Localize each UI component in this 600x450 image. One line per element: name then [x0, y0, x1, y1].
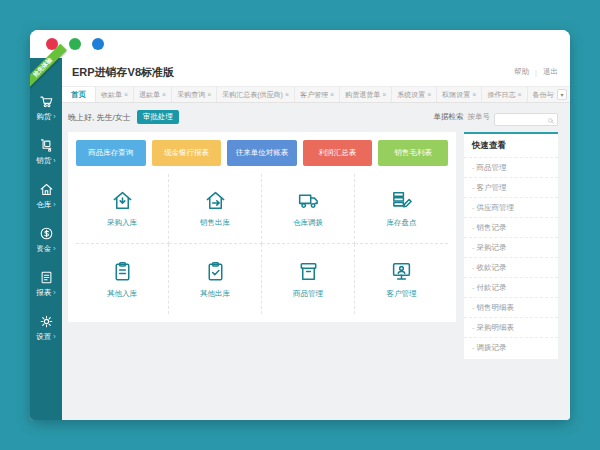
- report-icon: [39, 270, 54, 285]
- tab[interactable]: 采购查询: [172, 87, 217, 102]
- tab-close-icon[interactable]: [330, 91, 334, 98]
- tile-label: 采购入库: [107, 218, 137, 228]
- sidebar-item-label: 购货: [36, 112, 55, 122]
- gear-icon: [39, 314, 54, 329]
- tab-home[interactable]: 首页: [62, 87, 96, 102]
- quick-report-button[interactable]: 现金银行报表: [152, 140, 222, 166]
- tab[interactable]: 收款单: [96, 87, 134, 102]
- shortcut-tile[interactable]: 销售出库: [169, 174, 262, 244]
- shortcut-tile[interactable]: 商品管理: [262, 244, 355, 314]
- tab-close-icon[interactable]: [124, 91, 128, 98]
- quick-view-panel: 快速查看 商品管理 客户管理 供应商管理 销售记录 采购记录: [464, 132, 558, 359]
- tab-label: 收款单: [101, 90, 122, 100]
- tab[interactable]: 采购汇总表(供应商): [217, 87, 295, 102]
- funds-icon: [39, 226, 54, 241]
- approve-button[interactable]: 审批处理: [137, 110, 179, 124]
- tile-label: 客户管理: [387, 289, 417, 299]
- tab-close-icon[interactable]: [207, 91, 211, 98]
- tab-bar: 首页 收款单 退款单 采购查询: [62, 86, 570, 103]
- tab-close-icon[interactable]: [517, 91, 521, 98]
- dashboard-panel: 商品库存查询 现金银行报表 往来单位对账表 利润汇总表 销售毛利表: [68, 132, 456, 322]
- shortcut-tile[interactable]: 客户管理: [355, 244, 448, 314]
- page-title: ERP进销存V8标准版: [72, 65, 174, 80]
- quick-view-link[interactable]: 付款记录: [464, 277, 558, 297]
- app-header: ERP进销存V8标准版 帮助 | 退出: [62, 58, 570, 86]
- tab-close-icon[interactable]: [472, 91, 476, 98]
- tab[interactable]: 客户管理: [295, 87, 340, 102]
- quick-view-link[interactable]: 采购记录: [464, 237, 558, 257]
- quick-report-button[interactable]: 往来单位对账表: [227, 140, 297, 166]
- sidebar-item-label: 销货: [36, 156, 55, 166]
- sidebar-item-label: 资金: [36, 244, 55, 254]
- shortcut-tile[interactable]: 其他入库: [76, 244, 169, 314]
- tab-close-icon[interactable]: [162, 91, 166, 98]
- tab-label: 操作日志: [487, 90, 515, 100]
- stocktake-icon: [390, 189, 413, 212]
- truck-icon: [297, 189, 320, 212]
- tab-label: 备份与恢复: [533, 90, 555, 100]
- cart-icon: [39, 94, 54, 109]
- tile-label: 仓库调拨: [293, 218, 323, 228]
- sidebar-item[interactable]: 仓库: [30, 182, 62, 210]
- sidebar-item[interactable]: 销货: [30, 138, 62, 166]
- tab[interactable]: 购货退货单: [340, 87, 392, 102]
- tab-close-icon[interactable]: [427, 91, 431, 98]
- sidebar-item-label: 报表: [36, 288, 55, 298]
- quick-report-button[interactable]: 利润汇总表: [303, 140, 373, 166]
- warehouse-icon: [39, 182, 54, 197]
- tile-label: 其他入库: [107, 289, 137, 299]
- tab-label: 购货退货单: [345, 90, 380, 100]
- tab-close-icon[interactable]: [382, 91, 386, 98]
- monitor-user-icon: [390, 260, 413, 283]
- quick-view-link[interactable]: 客户管理: [464, 177, 558, 197]
- logout-link[interactable]: 退出: [543, 67, 558, 77]
- quick-report-button[interactable]: 商品库存查询: [76, 140, 146, 166]
- tab-close-icon[interactable]: [285, 91, 289, 98]
- sidebar-item-label: 设置: [36, 332, 55, 342]
- shortcut-tile[interactable]: 仓库调拨: [262, 174, 355, 244]
- tab-label: 采购汇总表(供应商): [222, 90, 283, 100]
- window-titlebar: [30, 30, 570, 58]
- greeting-text: 晚上好, 先生/女士: [68, 112, 131, 123]
- tab[interactable]: 权限设置: [437, 87, 482, 102]
- help-link[interactable]: 帮助: [514, 67, 529, 77]
- content-area: 晚上好, 先生/女士 审批处理 单据检索 按单号: [62, 103, 570, 420]
- tab[interactable]: 操作日志: [482, 87, 527, 102]
- app-window: 抢先体验 购货 销货 仓库: [30, 30, 570, 420]
- quick-view-link[interactable]: 采购明细表: [464, 317, 558, 337]
- tile-label: 销售出库: [200, 218, 230, 228]
- quick-view-link[interactable]: 供应商管理: [464, 197, 558, 217]
- quick-view-link[interactable]: 调拨记录: [464, 337, 558, 357]
- tab-label: 系统设置: [397, 90, 425, 100]
- tile-label: 其他出库: [200, 289, 230, 299]
- tab[interactable]: 退款单: [134, 87, 172, 102]
- sidebar-item[interactable]: 设置: [30, 314, 62, 342]
- tab-label: 退款单: [139, 90, 160, 100]
- window-dot-blue[interactable]: [92, 38, 104, 50]
- tab-label: 客户管理: [300, 90, 328, 100]
- window-dot-green[interactable]: [69, 38, 81, 50]
- quick-view-link[interactable]: 商品管理: [464, 157, 558, 177]
- sidebar-item-label: 仓库: [36, 200, 55, 210]
- sidebar-item[interactable]: 购货: [30, 94, 62, 122]
- quick-report-button[interactable]: 销售毛利表: [378, 140, 448, 166]
- shortcut-tile[interactable]: 其他出库: [169, 244, 262, 314]
- search-label: 单据检索: [434, 112, 464, 122]
- house-out-icon: [204, 189, 227, 212]
- sidebar: 抢先体验 购货 销货 仓库: [30, 58, 62, 420]
- tab[interactable]: 系统设置: [392, 87, 437, 102]
- shortcut-tile[interactable]: 采购入库: [76, 174, 169, 244]
- sidebar-item[interactable]: 资金: [30, 226, 62, 254]
- quick-view-link[interactable]: 销售明细表: [464, 297, 558, 317]
- search-hint: 按单号: [468, 112, 491, 122]
- quick-view-link[interactable]: 销售记录: [464, 217, 558, 237]
- search-icon[interactable]: [547, 111, 555, 119]
- trolley-icon: [39, 138, 54, 153]
- tile-label: 库存盘点: [387, 218, 417, 228]
- quick-view-link[interactable]: 收款记录: [464, 257, 558, 277]
- more-tabs-icon[interactable]: [557, 89, 567, 100]
- tab[interactable]: 备份与恢复: [528, 87, 555, 102]
- shortcut-tile[interactable]: 库存盘点: [355, 174, 448, 244]
- sidebar-item[interactable]: 报表: [30, 270, 62, 298]
- tab-label: 权限设置: [442, 90, 470, 100]
